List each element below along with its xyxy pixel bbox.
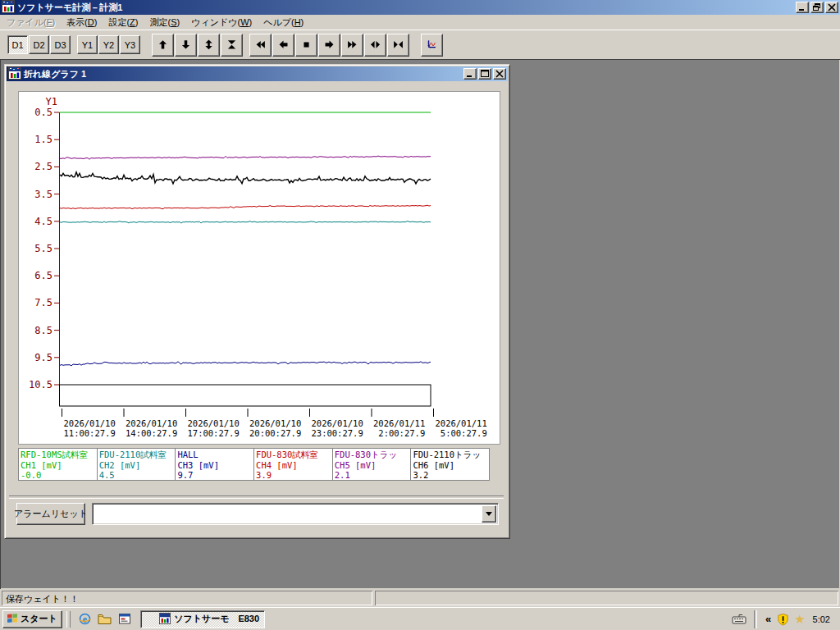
keyboard-icon[interactable] — [732, 614, 746, 625]
legend-cell-ch2: FDU-2110試料室CH2 [mV]4.5 — [97, 448, 176, 481]
toolbar-button-d1[interactable]: D1 — [7, 35, 28, 54]
toolbar-button-y2[interactable]: Y2 — [98, 35, 119, 54]
collapse-vertical-icon — [226, 38, 237, 52]
series-ch2 — [60, 221, 431, 223]
svg-text:11:00:27.9: 11:00:27.9 — [64, 428, 116, 438]
toolbar-button-step-back[interactable] — [272, 34, 294, 57]
up-arrow-icon — [158, 38, 168, 52]
start-button[interactable]: スタート — [2, 610, 62, 628]
toolbar-button-up-arrow[interactable] — [152, 34, 174, 57]
status-panel-2 — [375, 591, 838, 605]
mdi-workspace: 折れ線グラフ 1 Y10.51.52.53.54.55.56.57.58.59.… — [0, 59, 840, 589]
toolbar-button-stop[interactable] — [295, 34, 317, 57]
menubar: ファイル(F)表示(D)設定(Z)測定(S)ウィンドウ(W)ヘルプ(H) — [0, 15, 840, 30]
legend-value: 3.2 — [413, 470, 487, 481]
toolbar-button-down-arrow[interactable] — [175, 34, 197, 57]
statusbar: 保存ウェイト！！ — [0, 589, 840, 607]
graph-client-area: Y10.51.52.53.54.55.56.57.58.59.510.52026… — [7, 81, 508, 536]
svg-text:3.5: 3.5 — [34, 189, 52, 200]
toolbar-button-expand-horizontal[interactable] — [364, 34, 386, 57]
svg-text:2026/01/11: 2026/01/11 — [436, 418, 487, 428]
legend-ch_label: CH6 [mV] — [413, 460, 487, 471]
legend-name: FDU-2110トラッ — [413, 450, 487, 460]
internet-explorer-icon[interactable]: e — [78, 612, 93, 627]
svg-text:Y1: Y1 — [46, 96, 57, 107]
toolbar-button-graph-settings[interactable] — [421, 34, 443, 57]
status-message: 保存ウェイト！！ — [2, 591, 372, 605]
window-icon[interactable] — [117, 612, 132, 627]
legend-name: FDU-830試料室 — [256, 450, 331, 460]
taskbar-handle[interactable] — [66, 611, 71, 628]
line-chart: Y10.51.52.53.54.55.56.57.58.59.510.52026… — [19, 92, 500, 444]
graph-window-title: 折れ線グラフ 1 — [24, 68, 463, 80]
svg-text:2026/01/10: 2026/01/10 — [249, 418, 301, 428]
tray-divider — [754, 610, 757, 628]
maximize-button[interactable] — [478, 68, 491, 80]
alarm-combobox[interactable] — [92, 503, 499, 525]
minimize-button[interactable] — [796, 2, 809, 13]
toolbar-button-rewind[interactable] — [249, 34, 272, 57]
toolbar-button-collapse-horizontal[interactable] — [387, 34, 409, 57]
legend-cell-ch6: FDU-2110トラッCH6 [mV]3.2 — [410, 448, 490, 481]
svg-text:2026/01/10: 2026/01/10 — [312, 418, 363, 428]
legend-cell-ch5: FDU-830トラッCH5 [mV]2.1 — [332, 448, 412, 481]
legend-value: 2.1 — [335, 470, 409, 481]
minimize-button[interactable] — [463, 68, 477, 80]
task-button-softthermo[interactable]: ソフトサーモ E830 — [140, 610, 265, 628]
star-icon[interactable]: ★ — [794, 613, 805, 625]
toolbar-button-expand-vertical[interactable] — [198, 34, 220, 57]
task-button-label: ソフトサーモ E830 — [174, 613, 259, 625]
legend-cell-ch4: FDU-830試料室CH4 [mV]3.9 — [253, 448, 333, 481]
quick-launch-bar: e — [78, 612, 132, 627]
svg-text:2.5: 2.5 — [34, 161, 52, 172]
stop-icon — [301, 38, 312, 52]
folder-icon[interactable] — [98, 612, 112, 627]
close-icon[interactable] — [825, 2, 838, 13]
step-forward-icon — [324, 38, 335, 52]
legend-cell-ch3: HALLCH3 [mV]9.7 — [175, 448, 254, 481]
alarm-combobox-value[interactable] — [95, 506, 480, 522]
svg-text:6.5: 6.5 — [34, 270, 52, 281]
toolbar-button-d2[interactable]: D2 — [29, 35, 49, 54]
legend-value: 9.7 — [177, 470, 252, 481]
svg-text:8.5: 8.5 — [34, 325, 52, 336]
svg-text:5:00:27.9: 5:00:27.9 — [436, 428, 487, 438]
legend-value: 4.5 — [99, 470, 174, 481]
menu-item-4[interactable]: ウィンドウ(W) — [185, 15, 258, 30]
toolbar-button-y1[interactable]: Y1 — [77, 35, 98, 54]
legend-value: 3.9 — [256, 470, 331, 481]
toolbar-button-collapse-vertical[interactable] — [221, 34, 243, 57]
menu-item-2[interactable]: 設定(Z) — [103, 15, 144, 30]
close-icon[interactable] — [493, 68, 506, 80]
series-ch4 — [60, 205, 431, 209]
main-titlebar[interactable]: ソフトサーモ計測－計測1 — [0, 0, 840, 15]
graph-window-titlebar[interactable]: 折れ線グラフ 1 — [7, 66, 508, 81]
svg-text:2026/01/10: 2026/01/10 — [188, 418, 240, 428]
toolbar-button-d3[interactable]: D3 — [50, 35, 71, 54]
toolbar-button-step-forward[interactable] — [318, 34, 340, 57]
graph-settings-icon — [427, 38, 437, 52]
svg-text:2026/01/10: 2026/01/10 — [64, 418, 116, 428]
svg-text:0.5: 0.5 — [34, 107, 52, 118]
tray-expand-chevrons[interactable]: « — [765, 613, 771, 625]
menu-item-0: ファイル(F) — [1, 15, 61, 30]
svg-text:2:00:27.9: 2:00:27.9 — [373, 428, 425, 438]
expand-horizontal-icon — [370, 38, 381, 52]
svg-text:10.5: 10.5 — [29, 379, 52, 390]
combobox-dropdown-button[interactable] — [482, 505, 496, 523]
legend-ch_label: CH2 [mV] — [99, 460, 174, 471]
menu-item-5[interactable]: ヘルプ(H) — [258, 15, 309, 30]
toolbar-button-y3[interactable]: Y3 — [120, 35, 140, 54]
legend-ch_label: CH3 [mV] — [177, 460, 252, 471]
chart-panel: Y10.51.52.53.54.55.56.57.58.59.510.52026… — [18, 91, 500, 445]
step-back-icon — [278, 38, 289, 52]
restore-button[interactable] — [810, 2, 824, 13]
fast-forward-icon — [347, 38, 358, 52]
security-shield-icon[interactable] — [777, 613, 789, 626]
legend-name: FDU-2110試料室 — [99, 450, 174, 460]
menu-item-3[interactable]: 測定(S) — [144, 15, 185, 30]
channel-legend: RFD-10MS試料室CH1 [mV]-0.0FDU-2110試料室CH2 [m… — [18, 448, 489, 481]
toolbar-button-fast-forward[interactable] — [341, 34, 363, 57]
alarm-reset-button[interactable]: アラームリセット — [16, 503, 85, 525]
menu-item-1[interactable]: 表示(D) — [61, 15, 103, 30]
